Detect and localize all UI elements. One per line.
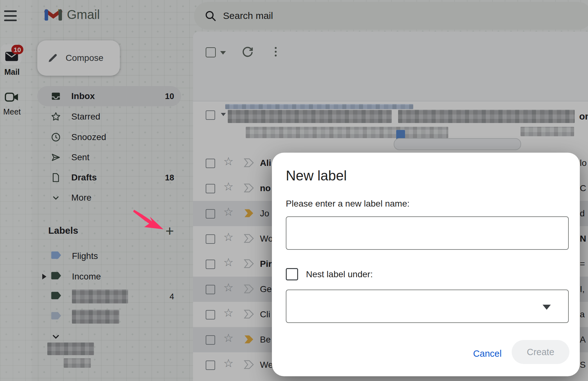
cancel-button[interactable]: Cancel [467, 344, 508, 363]
select-dropdown-arrow-icon [543, 305, 551, 310]
nest-label-text: Nest label under: [306, 269, 373, 279]
label-name-input[interactable] [286, 216, 569, 250]
parent-label-select[interactable] [286, 290, 569, 323]
create-button[interactable]: Create [512, 340, 569, 364]
dialog-prompt: Please enter a new label name: [286, 199, 409, 209]
nest-label-checkbox[interactable] [286, 268, 298, 280]
gmail-app: 10 Mail Meet Gmail Comp [0, 0, 588, 381]
dialog-title: New label [286, 168, 347, 184]
new-label-dialog: New label Please enter a new label name:… [272, 153, 580, 376]
